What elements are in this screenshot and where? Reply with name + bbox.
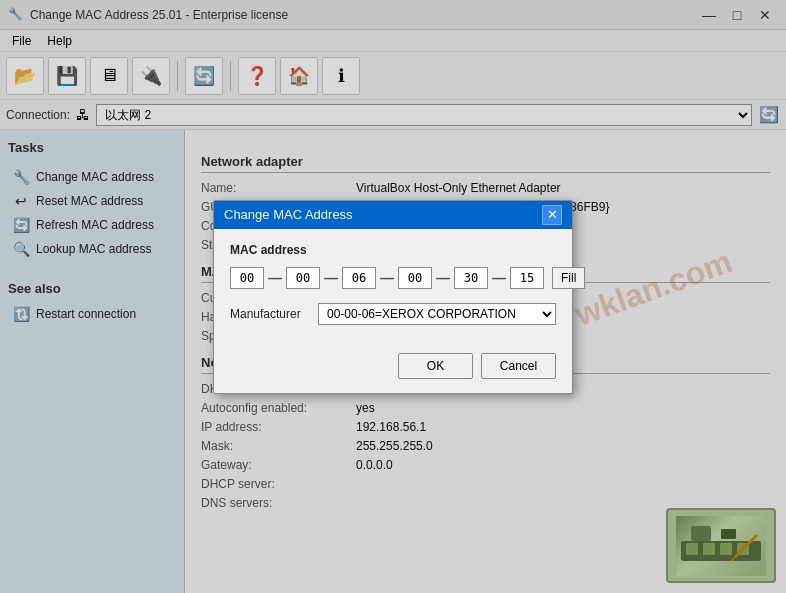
modal-body: MAC address — — — — — Fill Manufacturer … [214, 229, 572, 353]
modal-footer: OK Cancel [214, 353, 572, 393]
mac-field-1[interactable] [230, 267, 264, 289]
mac-field-4[interactable] [398, 267, 432, 289]
manufacturer-select[interactable]: 00-00-06=XEROX CORPORATION [318, 303, 556, 325]
mac-sep-5: — [492, 270, 506, 286]
mac-field-6[interactable] [510, 267, 544, 289]
cancel-button[interactable]: Cancel [481, 353, 556, 379]
mac-input-row: — — — — — Fill [230, 267, 556, 289]
ok-button[interactable]: OK [398, 353, 473, 379]
modal-title: Change MAC Address [224, 207, 542, 222]
mac-sep-1: — [268, 270, 282, 286]
fill-button[interactable]: Fill [552, 267, 585, 289]
modal-mac-section-label: MAC address [230, 243, 556, 257]
modal-overlay: Change MAC Address ✕ MAC address — — — —… [0, 0, 786, 593]
mac-sep-2: — [324, 270, 338, 286]
mac-sep-3: — [380, 270, 394, 286]
mac-field-2[interactable] [286, 267, 320, 289]
change-mac-modal: Change MAC Address ✕ MAC address — — — —… [213, 200, 573, 394]
manufacturer-row: Manufacturer 00-00-06=XEROX CORPORATION [230, 303, 556, 325]
modal-close-button[interactable]: ✕ [542, 205, 562, 225]
modal-titlebar: Change MAC Address ✕ [214, 201, 572, 229]
mac-field-5[interactable] [454, 267, 488, 289]
mac-sep-4: — [436, 270, 450, 286]
manufacturer-label: Manufacturer [230, 307, 310, 321]
mac-field-3[interactable] [342, 267, 376, 289]
